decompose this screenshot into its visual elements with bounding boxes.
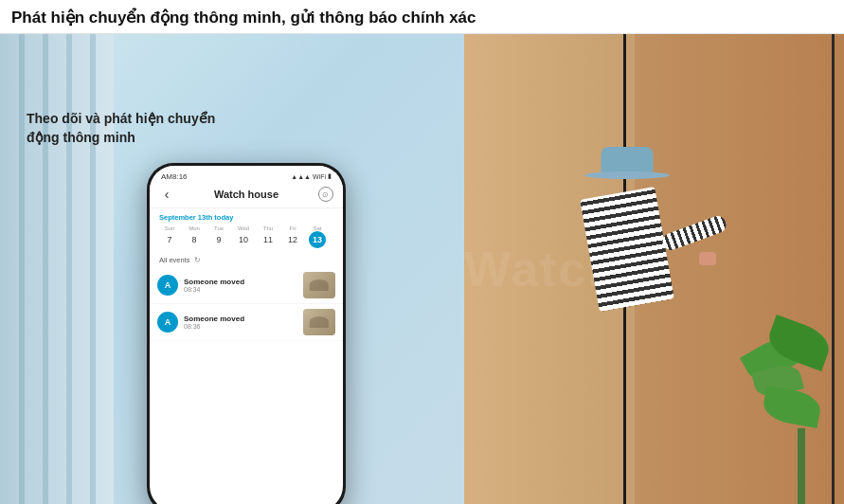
left-panel: Theo dõi và phát hiện chuyển động thông … [0,34,464,504]
event-avatar-2: A [157,312,178,333]
day-num-11: 11 [260,231,277,248]
person-hat [584,136,670,179]
phone-mockup: AM8:16 ▲▲▲ WiFi ▮ ‹ Watch house ⊙ [147,163,346,504]
wifi-icon: WiFi [313,173,326,180]
battery-icon: ▮ [328,172,332,180]
person-hand [699,252,716,265]
day-row: Sun 7 Mon 8 Tue 9 [159,225,333,248]
phone-time: AM8:16 [161,172,188,181]
plant-leaf-4 [761,386,822,428]
plant-stem [798,428,805,504]
event-time-2: 08:36 [184,323,297,330]
description-text: Theo dõi và phát hiện chuyển động thông … [27,110,216,147]
event-item-1[interactable]: A Someone moved 08:34 [150,267,343,304]
room-background: Watch [464,34,844,504]
curtain-fold-4 [90,34,96,504]
title-bar: Phát hiện chuyển động thông minh, gửi th… [0,0,844,34]
day-num-13: 13 [309,231,326,248]
phone-screen: AM8:16 ▲▲▲ WiFi ▮ ‹ Watch house ⊙ [150,166,343,504]
day-sat: Sat 13 [307,225,328,248]
event-time-1: 08:34 [184,286,297,293]
event-thumb-2 [303,309,335,335]
phone-date-section: September 13th today Sun 7 Mon 8 [150,208,343,251]
event-info-1: Someone moved 08:34 [184,278,297,293]
event-avatar-1: A [157,275,178,296]
event-info-2: Someone moved 08:36 [184,315,297,330]
curtain-fold-3 [66,34,72,504]
phone-status-bar: AM8:16 ▲▲▲ WiFi ▮ [150,166,343,183]
events-header: All events ↻ [150,251,343,267]
settings-icon[interactable]: ⊙ [318,187,333,202]
thumb-img-1 [303,272,335,298]
day-fri: Fri 12 [282,225,303,248]
day-tue: Tue 9 [208,225,229,248]
day-mon: Mon 8 [184,225,205,248]
event-thumb-1 [303,272,335,298]
plant-decoration [763,315,839,504]
day-wed: Wed 10 [233,225,254,248]
curtain-fold-2 [43,34,48,504]
event-title-1: Someone moved [184,278,297,286]
day-num-10: 10 [235,231,252,248]
refresh-icon[interactable]: ↻ [194,256,201,264]
person-arm [660,213,728,252]
back-icon[interactable]: ‹ [159,187,174,202]
day-num-7: 7 [161,231,178,248]
event-item-2[interactable]: A Someone moved 08:36 [150,304,343,341]
event-title-2: Someone moved [184,315,297,323]
phone-header: ‹ Watch house ⊙ [150,183,343,208]
curtain-decoration [0,34,114,504]
person-torso [580,187,674,312]
events-label: All events [159,256,190,264]
signal-icon: ▲▲▲ [291,173,311,180]
day-num-8: 8 [186,231,203,248]
person-figure [532,104,722,504]
phone-body: AM8:16 ▲▲▲ WiFi ▮ ‹ Watch house ⊙ [147,163,346,504]
hat-brim [584,171,670,179]
page-wrapper: Phát hiện chuyển động thông minh, gửi th… [0,0,844,504]
page-title: Phát hiện chuyển động thông minh, gửi th… [11,9,476,27]
day-thu: Thu 11 [258,225,278,248]
thumb-img-2 [303,309,335,335]
date-label: September 13th today [159,213,333,222]
day-num-12: 12 [284,231,301,248]
status-icons: ▲▲▲ WiFi ▮ [291,172,332,180]
curtain-fold-1 [19,34,25,504]
day-sun: Sun 7 [159,225,180,248]
main-content: Theo dõi và phát hiện chuyển động thông … [0,34,844,504]
day-num-9: 9 [210,231,227,248]
right-panel: Watch [464,34,844,504]
phone-screen-title: Watch house [214,189,278,200]
